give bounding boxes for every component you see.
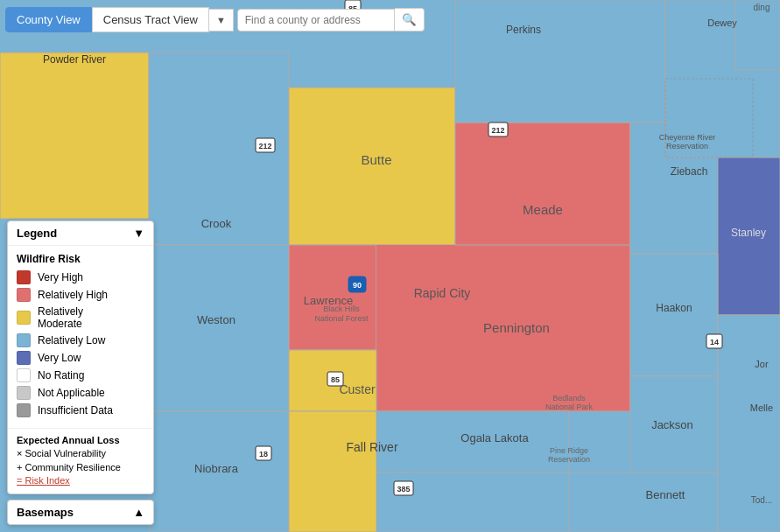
relatively-low-label: Relatively Low: [38, 334, 105, 346]
not-applicable-label: Not Applicable: [38, 387, 105, 399]
search-box: 🔍: [237, 8, 425, 32]
list-item: Very High: [17, 270, 144, 284]
very-high-swatch: [17, 270, 31, 284]
basemaps-title: Basemaps: [17, 506, 74, 519]
svg-text:Pennington: Pennington: [483, 320, 550, 335]
svg-text:Fall River: Fall River: [346, 440, 397, 454]
map-container: 85 212 212 90 85 14 18 385 Powder River …: [0, 0, 780, 532]
svg-text:National Park: National Park: [545, 402, 594, 411]
toolbar: County View Census Tract View ▼ 🔍: [5, 7, 425, 32]
svg-marker-12: [455, 0, 665, 122]
svg-text:Bedlands: Bedlands: [552, 394, 586, 402]
insufficient-data-label: Insufficient Data: [38, 404, 113, 416]
svg-text:Jackson: Jackson: [651, 418, 693, 431]
svg-marker-3: [149, 245, 289, 411]
insufficient-data-swatch: [17, 403, 31, 417]
list-item: Not Applicable: [17, 386, 144, 400]
basemaps-header[interactable]: Basemaps ▲: [8, 500, 153, 524]
legend-title: Legend: [17, 227, 57, 240]
legend-header[interactable]: Legend ▼: [8, 221, 153, 246]
svg-text:Crook: Crook: [201, 217, 232, 230]
svg-text:Stanley: Stanley: [731, 227, 766, 239]
svg-text:Reservation: Reservation: [548, 455, 590, 464]
relatively-low-swatch: [17, 333, 31, 347]
legend-section-title: Wildfire Risk: [17, 253, 144, 265]
svg-text:Ogala Lakota: Ogala Lakota: [460, 431, 529, 444]
no-rating-swatch: [17, 368, 31, 382]
legend-panel: Legend ▼ Wildfire Risk Very High Relativ…: [7, 220, 154, 494]
svg-text:Dewey: Dewey: [707, 18, 737, 28]
relatively-high-swatch: [17, 288, 31, 302]
svg-text:385: 385: [397, 485, 410, 494]
list-item: Relatively High: [17, 288, 144, 302]
svg-text:212: 212: [258, 142, 271, 150]
relatively-moderate-swatch: [17, 311, 31, 325]
county-view-tab[interactable]: County View: [5, 7, 92, 32]
legend-formula-line2: × Social Vulnerability: [17, 448, 106, 458]
view-dropdown-button[interactable]: ▼: [209, 9, 234, 32]
legend-formula-line3: + Community Resilience: [17, 462, 121, 472]
svg-text:Pine Ridge: Pine Ridge: [550, 446, 588, 455]
svg-text:90: 90: [353, 281, 362, 290]
list-item: Insufficient Data: [17, 403, 144, 417]
svg-text:Bennett: Bennett: [646, 488, 685, 501]
legend-content: Wildfire Risk Very High Relatively High …: [8, 246, 153, 428]
svg-marker-1: [0, 52, 149, 219]
legend-dropdown-icon: ▼: [133, 227, 144, 240]
svg-text:Custer: Custer: [339, 382, 376, 396]
svg-text:Haakon: Haakon: [656, 302, 692, 314]
svg-text:212: 212: [491, 126, 504, 135]
svg-marker-16: [630, 254, 718, 376]
svg-text:18: 18: [259, 450, 268, 458]
svg-text:Cheyenne River: Cheyenne River: [659, 133, 716, 142]
svg-text:Melle: Melle: [750, 402, 773, 413]
svg-text:ding: ding: [754, 3, 770, 12]
legend-formula-line1: Expected Annual Loss: [17, 435, 120, 445]
svg-text:Ziebach: Ziebach: [671, 165, 708, 178]
relatively-high-label: Relatively High: [38, 289, 108, 301]
search-icon: 🔍: [402, 13, 417, 26]
list-item: No Rating: [17, 368, 144, 382]
svg-text:Perkins: Perkins: [506, 24, 541, 36]
search-input[interactable]: [237, 9, 395, 32]
list-item: Very Low: [17, 351, 144, 365]
search-button[interactable]: 🔍: [395, 8, 425, 32]
census-tract-view-tab[interactable]: Census Tract View: [92, 7, 209, 32]
list-item: Relatively Low: [17, 333, 144, 347]
risk-index-link[interactable]: = Risk Index: [17, 475, 70, 486]
svg-text:Weston: Weston: [197, 313, 235, 326]
svg-text:Reservation: Reservation: [666, 142, 708, 150]
list-item: RelativelyModerate: [17, 305, 144, 330]
svg-text:Meade: Meade: [523, 202, 563, 217]
svg-text:Black Hills: Black Hills: [323, 304, 360, 313]
not-applicable-swatch: [17, 386, 31, 400]
very-low-swatch: [17, 351, 31, 365]
svg-text:Butte: Butte: [361, 152, 391, 167]
svg-text:Tod...: Tod...: [751, 495, 772, 505]
svg-text:14: 14: [710, 338, 719, 346]
very-high-label: Very High: [38, 271, 83, 284]
svg-text:Niobrara: Niobrara: [194, 462, 239, 475]
relatively-moderate-label: RelativelyModerate: [38, 305, 83, 330]
very-low-label: Very Low: [38, 352, 81, 364]
legend-footer: Expected Annual Loss × Social Vulnerabil…: [8, 428, 153, 494]
basemaps-panel: Basemaps ▲: [7, 500, 154, 525]
svg-text:Powder River: Powder River: [43, 53, 106, 66]
basemaps-collapse-icon: ▲: [133, 506, 144, 519]
no-rating-label: No Rating: [38, 369, 84, 382]
svg-text:Jor: Jor: [755, 359, 769, 369]
svg-text:Rapid City: Rapid City: [414, 286, 471, 300]
svg-text:National Forest: National Forest: [314, 314, 369, 323]
